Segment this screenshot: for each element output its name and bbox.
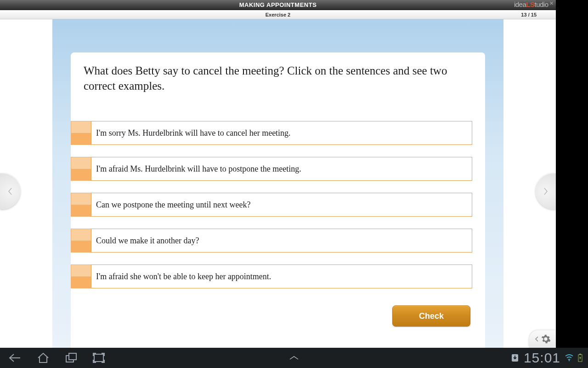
option-label: I'm afraid she won't be able to keep her… (91, 264, 472, 288)
next-page-button[interactable] (536, 173, 556, 209)
sub-header: Exercise 2 13 / 15 (0, 10, 556, 19)
option-item[interactable]: I'm afraid she won't be able to keep her… (71, 264, 472, 288)
option-label: I'm sorry Ms. Hurdelbrink will have to c… (91, 121, 472, 145)
option-checkbox[interactable] (71, 193, 91, 217)
svg-point-4 (569, 360, 570, 361)
exercise-panel: What does Betty say to cancel the meetin… (52, 19, 503, 348)
title-bar: MAKING APPOINTMENTS ideaLStudio✕ (0, 0, 556, 10)
brand-logo: ideaLStudio✕ (514, 0, 553, 8)
page-counter: 13 / 15 (521, 12, 537, 17)
android-nav-bar: 15:01 (0, 348, 588, 368)
recent-apps-icon[interactable] (65, 353, 77, 363)
svg-rect-6 (579, 354, 581, 355)
wifi-icon (565, 354, 573, 362)
options-list: I'm sorry Ms. Hurdelbrink will have to c… (71, 121, 472, 288)
svg-rect-1 (69, 353, 76, 360)
check-button[interactable]: Check (392, 305, 470, 327)
option-item[interactable]: Could we make it another day? (71, 229, 472, 253)
option-checkbox[interactable] (71, 264, 91, 288)
chevron-left-small-icon (535, 336, 539, 342)
exercise-label: Exercise 2 (266, 12, 290, 17)
battery-charging-icon (578, 354, 582, 362)
option-checkbox[interactable] (71, 229, 91, 253)
settings-button[interactable] (529, 330, 556, 348)
prev-page-button[interactable] (0, 173, 20, 209)
option-label: Can we postpone the meeting until next w… (91, 193, 472, 217)
letterbox-right (556, 0, 588, 348)
close-icon[interactable]: ✕ (549, 0, 554, 6)
app-frame: MAKING APPOINTMENTS ideaLStudio✕ Exercis… (0, 0, 556, 348)
exercise-card: What does Betty say to cancel the meetin… (71, 52, 485, 348)
page-title: MAKING APPOINTMENTS (239, 1, 317, 8)
gear-icon (541, 334, 551, 344)
screenshot-icon[interactable] (93, 353, 105, 363)
chevron-right-icon (543, 187, 548, 196)
back-icon[interactable] (8, 353, 21, 363)
option-item[interactable]: Can we postpone the meeting until next w… (71, 193, 472, 217)
option-item[interactable]: I'm afraid Ms. Hurdelbrink will have to … (71, 157, 472, 181)
content-area: What does Betty say to cancel the meetin… (0, 19, 556, 348)
option-label: I'm afraid Ms. Hurdelbrink will have to … (91, 157, 472, 181)
chevron-left-icon (7, 187, 13, 196)
question-text: What does Betty say to cancel the meetin… (84, 63, 472, 93)
option-label: Could we make it another day? (91, 229, 472, 253)
option-checkbox[interactable] (71, 121, 91, 145)
expand-bar-icon[interactable] (289, 354, 299, 362)
status-clock: 15:01 (524, 350, 560, 366)
download-icon[interactable] (511, 353, 519, 362)
svg-rect-2 (94, 354, 103, 362)
option-item[interactable]: I'm sorry Ms. Hurdelbrink will have to c… (71, 121, 472, 145)
option-checkbox[interactable] (71, 157, 91, 181)
home-icon[interactable] (37, 352, 50, 363)
